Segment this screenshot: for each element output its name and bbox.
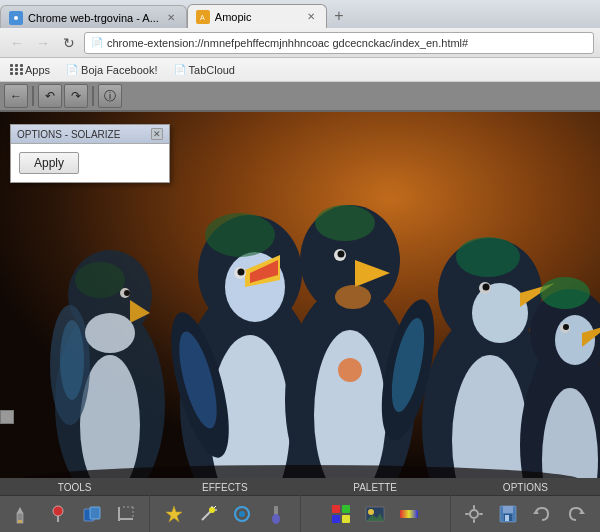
svg-rect-94: [505, 515, 509, 521]
toolbar-info-btn[interactable]: ⓘ: [98, 84, 122, 108]
address-bar[interactable]: 📄 chrome-extension://nmnefpehffecmjnhhnc…: [84, 32, 594, 54]
svg-point-44: [483, 284, 490, 291]
clone-tool[interactable]: [77, 499, 107, 529]
svg-rect-59: [18, 520, 22, 523]
svg-rect-88: [473, 519, 475, 523]
palette-swatches[interactable]: [326, 499, 356, 529]
svg-point-13: [60, 320, 84, 400]
tab-bar: Chrome web-trgovina - A... ✕ A Amopic ✕ …: [0, 0, 600, 28]
effect-circle[interactable]: [227, 499, 257, 529]
svg-point-37: [335, 285, 371, 309]
svg-point-33: [338, 251, 345, 258]
forward-button[interactable]: →: [32, 32, 54, 54]
svg-point-23: [238, 269, 245, 276]
back-button[interactable]: ←: [6, 32, 28, 54]
apps-grid-icon: [10, 64, 22, 76]
effect-brush[interactable]: [261, 499, 291, 529]
tab-label-chrome: Chrome web-trgovina - A...: [28, 12, 159, 24]
toolbar-sep-1: [32, 86, 34, 106]
effect-wand[interactable]: [193, 499, 223, 529]
svg-rect-78: [332, 505, 340, 513]
bottom-toolbar: TOOLS: [0, 478, 600, 532]
svg-point-1: [14, 16, 18, 20]
toolbar-undo-btn[interactable]: ↶: [38, 84, 62, 108]
browser-window: Chrome web-trgovina - A... ✕ A Amopic ✕ …: [0, 0, 600, 532]
tab-close-amopic[interactable]: ✕: [304, 10, 318, 24]
options-icons: [451, 496, 600, 532]
refresh-button[interactable]: ↻: [58, 32, 80, 54]
svg-point-60: [53, 506, 63, 516]
svg-line-73: [214, 506, 216, 508]
scroll-corner: [0, 410, 14, 424]
bookmark-boja-label: Boja Facebook!: [81, 64, 157, 76]
palette-image-thumb[interactable]: [360, 499, 390, 529]
image-canvas[interactable]: OPTIONS - SOLARIZE ✕ Apply: [0, 112, 600, 478]
svg-marker-58: [17, 507, 23, 513]
effect-star[interactable]: [159, 499, 189, 529]
bookmark-apps[interactable]: Apps: [6, 62, 54, 78]
dialog-title: OPTIONS - SOLARIZE: [17, 129, 120, 140]
new-tab-button[interactable]: +: [327, 4, 351, 28]
svg-point-26: [205, 213, 275, 257]
svg-point-86: [470, 510, 478, 518]
svg-point-47: [456, 237, 520, 277]
svg-marker-68: [166, 506, 182, 522]
crop-tool[interactable]: [111, 499, 141, 529]
options-bottom-section: OPTIONS: [451, 480, 600, 532]
tab-favicon-chrome: [9, 11, 23, 25]
effects-section: EFFECTS: [150, 480, 300, 532]
svg-point-36: [315, 205, 375, 241]
options-save[interactable]: [493, 499, 523, 529]
toolbar-back-btn[interactable]: ←: [4, 84, 28, 108]
editor-toolbar: ← ↶ ↷ ⓘ: [0, 82, 600, 112]
svg-point-77: [272, 514, 280, 524]
tab-close-chrome[interactable]: ✕: [164, 11, 178, 25]
main-image-area: OPTIONS - SOLARIZE ✕ Apply: [0, 112, 600, 478]
svg-point-55: [540, 277, 590, 309]
pencil-tool[interactable]: [9, 499, 39, 529]
palette-label: PALETTE: [301, 480, 450, 496]
page-icon-tabcloud: 📄: [174, 64, 186, 75]
nav-bar: ← → ↻ 📄 chrome-extension://nmnefpehffecm…: [0, 28, 600, 58]
bookmark-tabcloud[interactable]: 📄 TabCloud: [170, 62, 239, 78]
palette-gradient[interactable]: [394, 499, 424, 529]
svg-rect-61: [57, 516, 59, 522]
bookmark-tabcloud-label: TabCloud: [189, 64, 235, 76]
svg-rect-87: [473, 505, 475, 509]
svg-point-11: [124, 290, 130, 296]
toolbar-redo-btn[interactable]: ↷: [64, 84, 88, 108]
svg-point-29: [338, 358, 362, 382]
tab-chrome-web[interactable]: Chrome web-trgovina - A... ✕: [0, 5, 187, 29]
options-dialog: OPTIONS - SOLARIZE ✕ Apply: [10, 124, 170, 183]
svg-rect-80: [332, 515, 340, 523]
dialog-titlebar: OPTIONS - SOLARIZE ✕: [11, 125, 169, 144]
svg-rect-79: [342, 505, 350, 513]
svg-rect-90: [479, 513, 483, 515]
svg-text:A: A: [200, 14, 205, 21]
bookmark-boja[interactable]: 📄 Boja Facebook!: [62, 62, 161, 78]
tab-label-amopic: Amopic: [215, 11, 252, 23]
options-redo[interactable]: [561, 499, 591, 529]
svg-rect-89: [465, 513, 469, 515]
address-text: chrome-extension://nmnefpehffecmjnhhncoa…: [107, 37, 468, 49]
options-undo[interactable]: [527, 499, 557, 529]
dialog-content: Apply: [11, 144, 169, 182]
dialog-close-button[interactable]: ✕: [151, 128, 163, 140]
tab-amopic[interactable]: A Amopic ✕: [187, 4, 327, 28]
svg-point-14: [85, 313, 135, 353]
lock-icon: 📄: [91, 37, 103, 48]
options-settings[interactable]: [459, 499, 489, 529]
svg-rect-92: [503, 506, 513, 513]
tab-favicon-amopic: A: [196, 10, 210, 24]
svg-rect-85: [400, 510, 418, 518]
effects-label: EFFECTS: [150, 480, 299, 496]
options-label: OPTIONS: [451, 480, 600, 496]
effects-icons: [150, 496, 299, 532]
svg-point-15: [75, 262, 125, 298]
tools-icons: [0, 496, 149, 532]
tools-section: TOOLS: [0, 480, 150, 532]
svg-point-41: [472, 283, 528, 343]
dropper-tool[interactable]: [43, 499, 73, 529]
apply-button[interactable]: Apply: [19, 152, 79, 174]
page-icon-boja: 📄: [66, 64, 78, 75]
